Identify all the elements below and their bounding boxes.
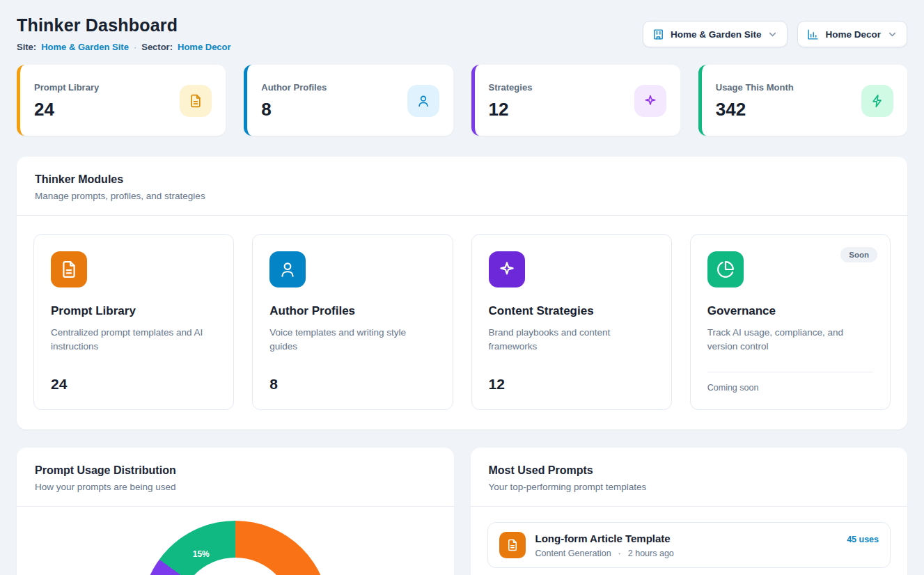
prompts-title: Most Used Prompts bbox=[489, 464, 890, 477]
site-selector-dropdown[interactable]: Home & Garden Site bbox=[643, 21, 788, 47]
usage-subtitle: How your prompts are being used bbox=[35, 482, 436, 492]
sparkle-star-icon bbox=[634, 85, 666, 117]
usage-chart-area: 15% bbox=[17, 507, 454, 575]
bottom-row: Prompt Usage Distribution How your promp… bbox=[17, 448, 907, 575]
document-icon bbox=[51, 251, 87, 288]
chevron-down-icon bbox=[767, 29, 778, 40]
soon-badge: Soon bbox=[840, 247, 877, 262]
prompt-item-meta: Content Generation · 2 hours ago bbox=[535, 549, 674, 558]
usage-title: Prompt Usage Distribution bbox=[35, 464, 436, 477]
stat-text: Usage This Month 342 bbox=[716, 82, 794, 120]
dashboard-page: Thinker Dashboard Site: Home & Garden Si… bbox=[0, 0, 924, 575]
prompt-item-text: Long-form Article Template Content Gener… bbox=[535, 533, 674, 558]
sector-link[interactable]: Home Decor bbox=[178, 42, 231, 52]
stat-label: Prompt Library bbox=[34, 82, 99, 93]
module-description: Voice templates and writing style guides bbox=[269, 326, 435, 354]
stat-card-strategies: Strategies 12 bbox=[471, 65, 680, 136]
stat-card-prompt-library: Prompt Library 24 bbox=[17, 65, 226, 136]
sector-selector-dropdown[interactable]: Home Decor bbox=[797, 21, 907, 47]
stat-value: 8 bbox=[261, 99, 327, 120]
usage-header: Prompt Usage Distribution How your promp… bbox=[17, 448, 454, 507]
stat-text: Strategies 12 bbox=[489, 82, 533, 120]
modules-header: Thinker Modules Manage prompts, profiles… bbox=[17, 157, 907, 216]
module-card-content-strategies[interactable]: Content Strategies Brand playbooks and c… bbox=[471, 234, 672, 410]
module-count: 24 bbox=[51, 366, 217, 393]
prompt-uses-count: 45 uses bbox=[847, 535, 879, 544]
site-label: Site: bbox=[17, 42, 36, 52]
module-title: Prompt Library bbox=[51, 304, 217, 318]
site-selector-label: Home & Garden Site bbox=[671, 29, 762, 40]
module-title: Author Profiles bbox=[269, 304, 435, 318]
breadcrumb: Site: Home & Garden Site · Sector: Home … bbox=[17, 42, 231, 52]
header-left: Thinker Dashboard Site: Home & Garden Si… bbox=[17, 15, 231, 52]
module-card-prompt-library[interactable]: Prompt Library Centralized prompt templa… bbox=[33, 234, 234, 410]
module-count: 12 bbox=[489, 366, 655, 393]
modules-subtitle: Manage prompts, profiles, and strategies bbox=[35, 191, 889, 201]
prompt-list-item[interactable]: Long-form Article Template Content Gener… bbox=[487, 522, 891, 568]
stat-value: 12 bbox=[489, 99, 533, 120]
prompt-time: 2 hours ago bbox=[628, 549, 674, 558]
prompts-subtitle: Your top-performing prompt templates bbox=[489, 482, 890, 492]
sector-label: Sector: bbox=[141, 42, 173, 52]
module-title: Content Strategies bbox=[489, 304, 655, 318]
coming-soon-note: Coming soon bbox=[707, 372, 873, 393]
most-used-prompts-panel: Most Used Prompts Your top-performing pr… bbox=[471, 448, 908, 575]
pie-chart-icon bbox=[707, 251, 744, 288]
stat-card-usage: Usage This Month 342 bbox=[698, 65, 907, 136]
bar-chart-icon bbox=[807, 29, 819, 40]
sparkle-star-icon bbox=[489, 251, 525, 288]
usage-donut-chart: 15% bbox=[141, 521, 329, 575]
site-link[interactable]: Home & Garden Site bbox=[41, 42, 129, 52]
modules-grid: Prompt Library Centralized prompt templa… bbox=[17, 216, 907, 430]
document-icon bbox=[180, 85, 212, 117]
modules-title: Thinker Modules bbox=[35, 173, 889, 186]
stat-text: Author Profiles 8 bbox=[261, 82, 327, 120]
person-icon bbox=[407, 85, 439, 117]
module-card-governance[interactable]: Soon Governance Track AI usage, complian… bbox=[690, 234, 891, 410]
document-icon bbox=[499, 532, 526, 558]
stat-label: Usage This Month bbox=[716, 82, 794, 93]
lightning-icon bbox=[861, 85, 893, 117]
prompt-category: Content Generation bbox=[535, 549, 611, 558]
module-description: Brand playbooks and content frameworks bbox=[489, 326, 655, 354]
header-selectors: Home & Garden Site Home Decor bbox=[643, 21, 907, 47]
stat-value: 24 bbox=[34, 99, 99, 120]
building-icon bbox=[652, 29, 664, 40]
thinker-modules-panel: Thinker Modules Manage prompts, profiles… bbox=[17, 157, 907, 430]
person-icon bbox=[269, 251, 306, 288]
prompts-header: Most Used Prompts Your top-performing pr… bbox=[471, 448, 908, 507]
stat-label: Strategies bbox=[489, 82, 533, 93]
separator-dot: · bbox=[618, 549, 621, 558]
page-title: Thinker Dashboard bbox=[17, 15, 231, 36]
sector-selector-label: Home Decor bbox=[825, 29, 881, 40]
donut-percent-label: 15% bbox=[193, 549, 210, 559]
stat-label: Author Profiles bbox=[261, 82, 327, 93]
chevron-down-icon bbox=[887, 29, 898, 40]
module-count: 8 bbox=[269, 366, 435, 393]
module-card-author-profiles[interactable]: Author Profiles Voice templates and writ… bbox=[252, 234, 453, 410]
stat-value: 342 bbox=[716, 99, 794, 120]
separator-dot: · bbox=[134, 42, 136, 52]
stat-card-author-profiles: Author Profiles 8 bbox=[244, 65, 453, 136]
prompt-usage-panel: Prompt Usage Distribution How your promp… bbox=[17, 448, 454, 575]
prompt-item-title: Long-form Article Template bbox=[535, 533, 674, 544]
module-title: Governance bbox=[707, 304, 873, 318]
top-bar: Thinker Dashboard Site: Home & Garden Si… bbox=[17, 15, 907, 52]
module-description: Centralized prompt templates and AI inst… bbox=[51, 326, 217, 354]
stats-row: Prompt Library 24 Author Profiles 8 Stra… bbox=[17, 65, 907, 136]
stat-text: Prompt Library 24 bbox=[34, 82, 99, 120]
module-description: Track AI usage, compliance, and version … bbox=[707, 326, 873, 354]
